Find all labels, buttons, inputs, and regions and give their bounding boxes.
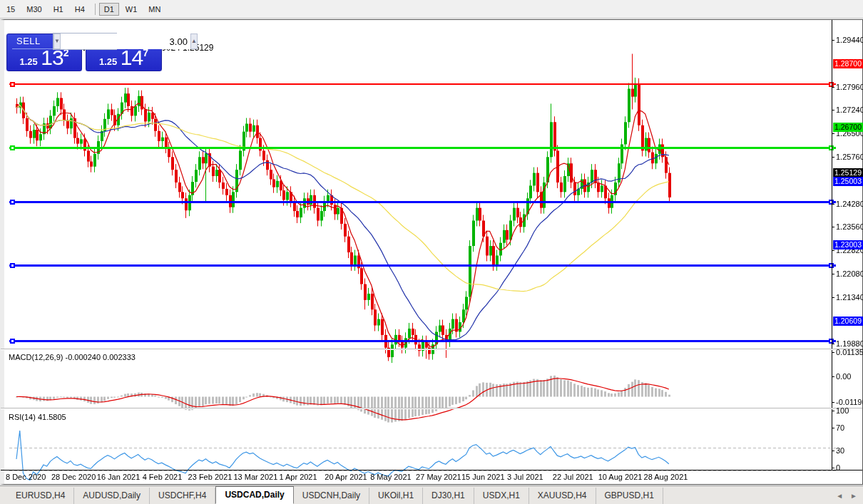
volume-decrease-icon[interactable]: ▼ <box>53 34 61 49</box>
chart-tab-bar: EURUSD,H4AUDUSD,DailyUSDCHF,H4USDCAD,Dai… <box>0 485 863 504</box>
tab-audusd-daily[interactable]: AUDUSD,Daily <box>74 488 150 504</box>
rsi-label: RSI(14) 41.5805 <box>9 413 66 421</box>
tab-usdcad-daily[interactable]: USDCAD,Daily <box>215 486 293 504</box>
timeframe-toolbar: 15M30H1H4D1W1MN <box>0 0 863 19</box>
rsi-indicator-canvas[interactable] <box>9 431 836 488</box>
macd-indicator-canvas[interactable] <box>9 371 836 425</box>
date-axis-border <box>1 470 862 470</box>
tab-usdx-h1[interactable]: USDX,H1 <box>474 488 529 504</box>
timeframe-button-w1[interactable]: W1 <box>121 3 143 16</box>
volume-stepper: ▼ ▲ <box>53 33 117 50</box>
timeframe-button-15[interactable]: 15 <box>1 3 20 16</box>
tab-xauusd-h4[interactable]: XAUUSD,H4 <box>529 488 596 504</box>
price-axis-border <box>832 20 832 470</box>
tab-eurusd-h4[interactable]: EURUSD,H4 <box>7 488 74 504</box>
toolbar-separator <box>95 4 96 15</box>
volume-increase-icon[interactable]: ▲ <box>190 34 198 49</box>
scroll-tabs-left-icon[interactable]: ◄ <box>836 492 843 500</box>
timeframe-button-d1[interactable]: D1 <box>99 3 119 16</box>
price-chart-canvas[interactable] <box>9 42 836 369</box>
pane-separator[interactable] <box>1 349 862 350</box>
timeframe-button-h1[interactable]: H1 <box>48 3 68 16</box>
scroll-tabs-right-icon[interactable]: ► <box>850 492 857 500</box>
volume-input[interactable] <box>61 34 190 49</box>
macd-label: MACD(12,26,9) -0.000240 0.002333 <box>9 353 136 361</box>
tab-usdchf-h4[interactable]: USDCHF,H4 <box>150 488 215 504</box>
tab-scrollers: ◄ ► <box>836 492 863 504</box>
tab-ukoil-h1[interactable]: UKOil,H1 <box>369 488 423 504</box>
tab-gbpusd-h1[interactable]: GBPUSD,H1 <box>596 488 663 504</box>
timeframe-button-mn[interactable]: MN <box>143 3 165 16</box>
timeframe-button-m30[interactable]: M30 <box>21 3 46 16</box>
tab-usdcnh-daily[interactable]: USDCNH,Daily <box>294 488 369 504</box>
pane-separator[interactable] <box>1 408 862 409</box>
chart-window: ▲USDCAD,Daily 1.25234 1.25264 1.25024 1.… <box>0 19 863 485</box>
one-click-trading-panel: SELL 1.25 132 BUY 1.25 147 ▼ ▲ <box>6 33 163 72</box>
timeframe-button-h4[interactable]: H4 <box>70 3 90 16</box>
tab-dj30-h1[interactable]: DJ30,H1 <box>423 488 474 504</box>
